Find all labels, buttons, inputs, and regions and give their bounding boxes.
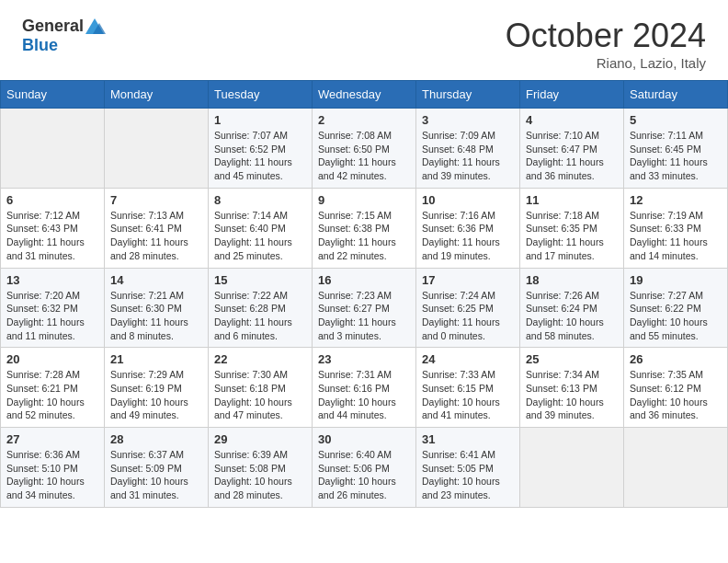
- day-number: 6: [6, 193, 98, 207]
- day-number: 5: [630, 113, 722, 127]
- day-info: Sunrise: 7:28 AM Sunset: 6:21 PM Dayligh…: [6, 368, 98, 422]
- day-number: 31: [422, 432, 514, 446]
- day-info: Sunrise: 7:11 AM Sunset: 6:45 PM Dayligh…: [630, 129, 722, 183]
- day-info: Sunrise: 6:40 AM Sunset: 5:06 PM Dayligh…: [318, 448, 410, 502]
- calendar-cell: 14Sunrise: 7:21 AM Sunset: 6:30 PM Dayli…: [105, 268, 209, 348]
- calendar-cell: 4Sunrise: 7:10 AM Sunset: 6:47 PM Daylig…: [520, 109, 624, 189]
- weekday-header: Monday: [105, 81, 209, 109]
- day-info: Sunrise: 7:26 AM Sunset: 6:24 PM Dayligh…: [526, 289, 618, 343]
- day-info: Sunrise: 7:18 AM Sunset: 6:35 PM Dayligh…: [526, 209, 618, 263]
- day-number: 23: [318, 352, 410, 366]
- logo: General Blue: [22, 17, 106, 55]
- weekday-header: Wednesday: [313, 81, 416, 109]
- day-info: Sunrise: 7:23 AM Sunset: 6:27 PM Dayligh…: [318, 289, 410, 343]
- calendar-cell: 10Sunrise: 7:16 AM Sunset: 6:36 PM Dayli…: [416, 188, 520, 268]
- weekday-header: Thursday: [416, 81, 520, 109]
- day-number: 14: [110, 273, 202, 287]
- day-number: 21: [110, 352, 202, 366]
- day-info: Sunrise: 7:35 AM Sunset: 6:12 PM Dayligh…: [630, 368, 722, 422]
- calendar-cell: 24Sunrise: 7:33 AM Sunset: 6:15 PM Dayli…: [416, 348, 520, 428]
- page-header: General Blue October 2024 Riano, Lazio, …: [0, 0, 728, 80]
- day-info: Sunrise: 7:24 AM Sunset: 6:25 PM Dayligh…: [422, 289, 514, 343]
- day-number: 29: [214, 432, 306, 446]
- month-title: October 2024: [506, 17, 706, 55]
- day-info: Sunrise: 7:31 AM Sunset: 6:16 PM Dayligh…: [318, 368, 410, 422]
- day-number: 22: [214, 352, 306, 366]
- day-number: 15: [214, 273, 306, 287]
- day-info: Sunrise: 7:09 AM Sunset: 6:48 PM Dayligh…: [422, 129, 514, 183]
- calendar-cell: 23Sunrise: 7:31 AM Sunset: 6:16 PM Dayli…: [313, 348, 416, 428]
- day-number: 18: [526, 273, 618, 287]
- day-number: 11: [526, 193, 618, 207]
- day-number: 1: [214, 113, 306, 127]
- day-info: Sunrise: 7:34 AM Sunset: 6:13 PM Dayligh…: [526, 368, 618, 422]
- calendar-cell: 18Sunrise: 7:26 AM Sunset: 6:24 PM Dayli…: [520, 268, 624, 348]
- calendar-cell: 27Sunrise: 6:36 AM Sunset: 5:10 PM Dayli…: [1, 428, 105, 508]
- day-info: Sunrise: 7:27 AM Sunset: 6:22 PM Dayligh…: [630, 289, 722, 343]
- calendar-cell: 28Sunrise: 6:37 AM Sunset: 5:09 PM Dayli…: [105, 428, 209, 508]
- day-info: Sunrise: 6:36 AM Sunset: 5:10 PM Dayligh…: [6, 448, 98, 502]
- day-info: Sunrise: 6:37 AM Sunset: 5:09 PM Dayligh…: [110, 448, 202, 502]
- day-info: Sunrise: 7:14 AM Sunset: 6:40 PM Dayligh…: [214, 209, 306, 263]
- calendar-cell: 20Sunrise: 7:28 AM Sunset: 6:21 PM Dayli…: [1, 348, 105, 428]
- day-info: Sunrise: 7:19 AM Sunset: 6:33 PM Dayligh…: [630, 209, 722, 263]
- weekday-header: Friday: [520, 81, 624, 109]
- day-number: 28: [110, 432, 202, 446]
- day-info: Sunrise: 7:07 AM Sunset: 6:52 PM Dayligh…: [214, 129, 306, 183]
- day-info: Sunrise: 6:41 AM Sunset: 5:05 PM Dayligh…: [422, 448, 514, 502]
- day-info: Sunrise: 7:15 AM Sunset: 6:38 PM Dayligh…: [318, 209, 410, 263]
- location: Riano, Lazio, Italy: [506, 55, 706, 71]
- calendar-week-row: 27Sunrise: 6:36 AM Sunset: 5:10 PM Dayli…: [1, 428, 728, 508]
- calendar-cell: 30Sunrise: 6:40 AM Sunset: 5:06 PM Dayli…: [313, 428, 416, 508]
- day-number: 2: [318, 113, 410, 127]
- day-number: 16: [318, 273, 410, 287]
- calendar-cell: 29Sunrise: 6:39 AM Sunset: 5:08 PM Dayli…: [209, 428, 313, 508]
- calendar-cell: 1Sunrise: 7:07 AM Sunset: 6:52 PM Daylig…: [209, 109, 313, 189]
- calendar-cell: 8Sunrise: 7:14 AM Sunset: 6:40 PM Daylig…: [209, 188, 313, 268]
- calendar-cell: 25Sunrise: 7:34 AM Sunset: 6:13 PM Dayli…: [520, 348, 624, 428]
- calendar-cell: 16Sunrise: 7:23 AM Sunset: 6:27 PM Dayli…: [313, 268, 416, 348]
- day-number: 26: [630, 352, 722, 366]
- logo-blue: Blue: [22, 36, 58, 54]
- calendar-cell: 11Sunrise: 7:18 AM Sunset: 6:35 PM Dayli…: [520, 188, 624, 268]
- day-info: Sunrise: 7:33 AM Sunset: 6:15 PM Dayligh…: [422, 368, 514, 422]
- calendar-cell: 22Sunrise: 7:30 AM Sunset: 6:18 PM Dayli…: [209, 348, 313, 428]
- calendar-cell: [520, 428, 624, 508]
- calendar-week-row: 1Sunrise: 7:07 AM Sunset: 6:52 PM Daylig…: [1, 109, 728, 189]
- logo-general: General: [22, 17, 84, 36]
- calendar-cell: [105, 109, 209, 189]
- day-number: 8: [214, 193, 306, 207]
- calendar-cell: 12Sunrise: 7:19 AM Sunset: 6:33 PM Dayli…: [624, 188, 728, 268]
- weekday-header: Tuesday: [209, 81, 313, 109]
- calendar-cell: 7Sunrise: 7:13 AM Sunset: 6:41 PM Daylig…: [105, 188, 209, 268]
- day-number: 30: [318, 432, 410, 446]
- title-section: October 2024 Riano, Lazio, Italy: [506, 17, 706, 71]
- calendar-cell: 3Sunrise: 7:09 AM Sunset: 6:48 PM Daylig…: [416, 109, 520, 189]
- day-number: 13: [6, 273, 98, 287]
- day-number: 19: [630, 273, 722, 287]
- day-info: Sunrise: 7:22 AM Sunset: 6:28 PM Dayligh…: [214, 289, 306, 343]
- calendar-cell: 19Sunrise: 7:27 AM Sunset: 6:22 PM Dayli…: [624, 268, 728, 348]
- day-number: 12: [630, 193, 722, 207]
- calendar-week-row: 6Sunrise: 7:12 AM Sunset: 6:43 PM Daylig…: [1, 188, 728, 268]
- day-info: Sunrise: 7:16 AM Sunset: 6:36 PM Dayligh…: [422, 209, 514, 263]
- day-info: Sunrise: 6:39 AM Sunset: 5:08 PM Dayligh…: [214, 448, 306, 502]
- calendar-cell: 13Sunrise: 7:20 AM Sunset: 6:32 PM Dayli…: [1, 268, 105, 348]
- day-info: Sunrise: 7:20 AM Sunset: 6:32 PM Dayligh…: [6, 289, 98, 343]
- logo-icon: [84, 17, 106, 36]
- calendar-week-row: 20Sunrise: 7:28 AM Sunset: 6:21 PM Dayli…: [1, 348, 728, 428]
- calendar-cell: [1, 109, 105, 189]
- calendar-cell: 15Sunrise: 7:22 AM Sunset: 6:28 PM Dayli…: [209, 268, 313, 348]
- day-info: Sunrise: 7:29 AM Sunset: 6:19 PM Dayligh…: [110, 368, 202, 422]
- weekday-header-row: SundayMondayTuesdayWednesdayThursdayFrid…: [1, 81, 728, 109]
- day-info: Sunrise: 7:08 AM Sunset: 6:50 PM Dayligh…: [318, 129, 410, 183]
- calendar-cell: [624, 428, 728, 508]
- weekday-header: Sunday: [1, 81, 105, 109]
- day-info: Sunrise: 7:13 AM Sunset: 6:41 PM Dayligh…: [110, 209, 202, 263]
- day-number: 3: [422, 113, 514, 127]
- day-info: Sunrise: 7:12 AM Sunset: 6:43 PM Dayligh…: [6, 209, 98, 263]
- day-number: 10: [422, 193, 514, 207]
- calendar-cell: 5Sunrise: 7:11 AM Sunset: 6:45 PM Daylig…: [624, 109, 728, 189]
- day-number: 25: [526, 352, 618, 366]
- calendar-cell: 6Sunrise: 7:12 AM Sunset: 6:43 PM Daylig…: [1, 188, 105, 268]
